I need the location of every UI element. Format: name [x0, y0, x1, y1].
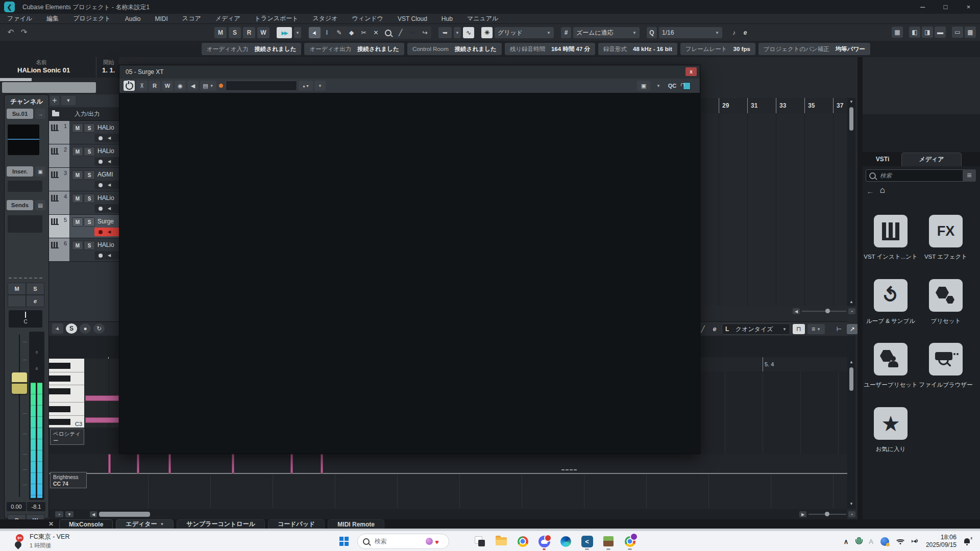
grid-type-select[interactable]: グリッド▼: [495, 27, 554, 38]
pan-control[interactable]: C: [9, 310, 42, 328]
track-solo-button[interactable]: S: [84, 241, 95, 250]
setup-toolbar-icon[interactable]: ▩: [965, 27, 976, 38]
taskbar-widget[interactable]: 9+ FC東京 - VER 1 時間後: [13, 532, 69, 550]
record-enable-icon[interactable]: [99, 230, 103, 234]
track-mute-button[interactable]: M: [72, 123, 83, 133]
track-row[interactable]: 3 M S AGMI ◀: [49, 168, 119, 191]
clock[interactable]: 18:06 2025/09/15: [926, 534, 957, 549]
preset-management-icon[interactable]: ▤▼: [200, 81, 216, 91]
track-row[interactable]: 6 M S HALio ◀: [49, 238, 119, 262]
plugin-read-button[interactable]: R: [149, 81, 160, 91]
fader-value-display[interactable]: 0.00: [7, 502, 26, 511]
record-enable-icon[interactable]: [99, 183, 103, 187]
midi-note[interactable]: [85, 395, 119, 401]
editor-grid-right[interactable]: [700, 371, 847, 454]
status-audio-input[interactable]: オーディオ入力接続されました: [202, 43, 301, 55]
monitor-icon[interactable]: ◀: [108, 253, 111, 258]
wifi-icon[interactable]: [896, 539, 904, 544]
menu-file[interactable]: ファイル: [0, 14, 39, 23]
iterative-quantize-icon[interactable]: ♪: [729, 27, 739, 38]
close-button[interactable]: ×: [957, 0, 980, 14]
routing-button[interactable]: Su.01: [7, 109, 33, 119]
track-solo-button[interactable]: S: [84, 194, 95, 203]
scroll-left-icon[interactable]: ◀: [90, 511, 97, 517]
scrollbar-arrow-icon[interactable]: ▼: [847, 98, 855, 105]
media-tile-vst-effects[interactable]: FX: [929, 215, 963, 247]
record-enable-icon[interactable]: [99, 136, 103, 140]
scrollbar-thumb[interactable]: [849, 107, 853, 131]
track-solo-button[interactable]: S: [84, 170, 95, 180]
task-view-icon[interactable]: [471, 532, 489, 550]
plugin-activate-icon[interactable]: [124, 81, 135, 91]
velocity-bar[interactable]: [168, 454, 171, 473]
volume-fader-handle[interactable]: [12, 372, 27, 394]
arrange-vertical-scrollbar[interactable]: ▼ ▲: [847, 98, 855, 306]
plugin-window[interactable]: 05 - Surge XT x ⊼ R W ◉ ◀ ▤▼ ▲▼ ▼: [119, 65, 700, 454]
track-mute-button[interactable]: M: [72, 194, 83, 203]
track-solo-button[interactable]: S: [84, 123, 95, 133]
plugin-copy-ab-icon[interactable]: ◀: [187, 81, 199, 91]
monitor-icon[interactable]: ◀: [108, 206, 111, 211]
edit-in-place-icon[interactable]: e: [710, 324, 719, 334]
track-solo-button[interactable]: S: [84, 147, 95, 156]
home-icon[interactable]: ⌂: [877, 185, 888, 196]
track-row[interactable]: 4 M S HALio ◀: [49, 191, 119, 215]
plugin-titlebar[interactable]: 05 - Surge XT x: [119, 65, 700, 79]
snap-zero-crossing-icon[interactable]: ∿: [463, 27, 474, 38]
info-name-value[interactable]: HALion Sonic 01: [17, 66, 70, 74]
send-slot[interactable]: [8, 215, 42, 233]
track-mute-button[interactable]: M: [72, 147, 83, 156]
quantize-q-icon[interactable]: Q: [647, 27, 657, 38]
scrub-tool-icon[interactable]: ↪: [419, 27, 431, 38]
velocity-bar[interactable]: [290, 454, 293, 473]
horizontal-scrollbar-thumb[interactable]: [2, 82, 96, 93]
split-tool-icon[interactable]: ✂: [358, 27, 370, 38]
tab-editor[interactable]: エディター▼: [116, 519, 174, 529]
tab-vsti[interactable]: VSTi: [866, 153, 899, 166]
menu-score[interactable]: スコア: [175, 14, 208, 23]
autoscroll-button[interactable]: ▶▶: [277, 27, 292, 38]
microphone-icon[interactable]: [855, 537, 862, 545]
transport-bar-toggle-icon[interactable]: ▭: [952, 27, 963, 38]
menu-window[interactable]: ウィンドウ: [345, 14, 390, 23]
horizontal-scrollbar-top[interactable]: [0, 78, 32, 81]
status-pan-law[interactable]: プロジェクトのパン補正均等パワー: [758, 43, 870, 55]
velocity-bar[interactable]: [108, 454, 111, 473]
fader-track[interactable]: [19, 335, 20, 497]
redo-icon[interactable]: ↷: [18, 27, 30, 38]
record-in-editor-icon[interactable]: ●: [80, 323, 91, 334]
automation-write-button[interactable]: W: [257, 27, 270, 38]
menu-media[interactable]: メディア: [208, 14, 248, 23]
automation-mute-button[interactable]: M: [214, 27, 227, 38]
editor-vertical-scrollbar[interactable]: ▲ ▼: [847, 336, 855, 509]
media-tile-vst-instruments[interactable]: [874, 215, 908, 247]
plugin-close-button[interactable]: x: [685, 67, 697, 76]
mute-tool-icon[interactable]: ✕: [370, 27, 382, 38]
status-record-format[interactable]: 録音形式48 kHz - 16 bit: [598, 43, 677, 55]
track-preset-button[interactable]: ▼: [61, 96, 76, 105]
track-row[interactable]: 1 M S HALio ◀: [49, 121, 119, 144]
monitor-icon[interactable]: ◀: [108, 230, 111, 234]
scrollbar-arrow-icon[interactable]: ▼: [847, 500, 855, 507]
zoom-in-icon[interactable]: +: [848, 308, 855, 314]
chrome-profile-icon[interactable]: [621, 532, 639, 550]
velocity-lane-label[interactable]: ベロシティー: [50, 429, 84, 445]
status-audio-output[interactable]: オーディオ出力接続されました: [304, 43, 404, 55]
zoom-slider-handle[interactable]: [825, 309, 830, 313]
strip-divider[interactable]: [9, 278, 42, 279]
pin-editor-icon[interactable]: ➤: [52, 323, 63, 334]
automation-read-button[interactable]: R: [243, 27, 255, 38]
indent-icon[interactable]: ⊢: [834, 324, 844, 334]
tab-sampler-control[interactable]: サンプラーコントロール: [177, 519, 265, 529]
loop-icon[interactable]: ↻: [93, 323, 105, 334]
pen-tool-icon[interactable]: A: [869, 538, 873, 545]
add-track-button[interactable]: +: [50, 96, 59, 105]
controller-lane-label[interactable]: Brightness CC 74: [50, 472, 87, 488]
maximize-button[interactable]: □: [934, 0, 957, 14]
file-explorer-icon[interactable]: [492, 532, 510, 550]
add-controller-lane-icon[interactable]: +: [55, 511, 63, 517]
media-tile-loops-samples[interactable]: ↺: [874, 279, 908, 312]
editor-quantize-select[interactable]: L クオンタイズ ▼: [722, 323, 790, 335]
info-start-value[interactable]: 1. 1.: [102, 66, 115, 74]
piano-keyboard[interactable]: C3: [49, 359, 84, 428]
